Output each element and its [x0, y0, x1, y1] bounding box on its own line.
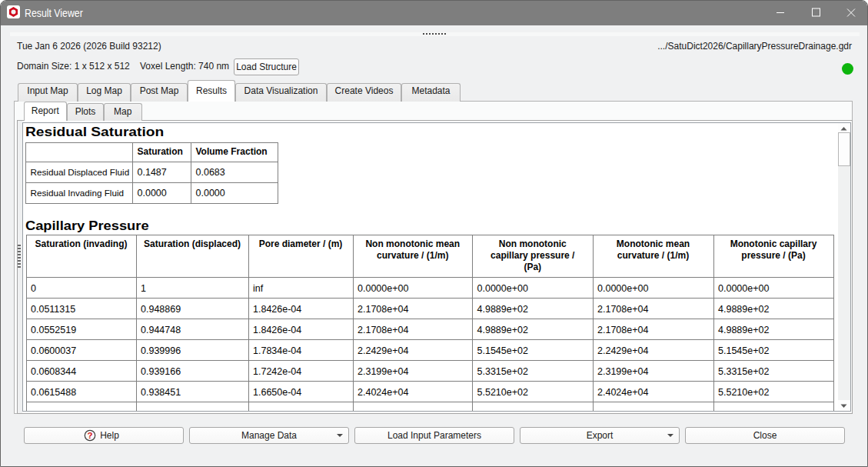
svg-text:?: ? [88, 431, 93, 440]
